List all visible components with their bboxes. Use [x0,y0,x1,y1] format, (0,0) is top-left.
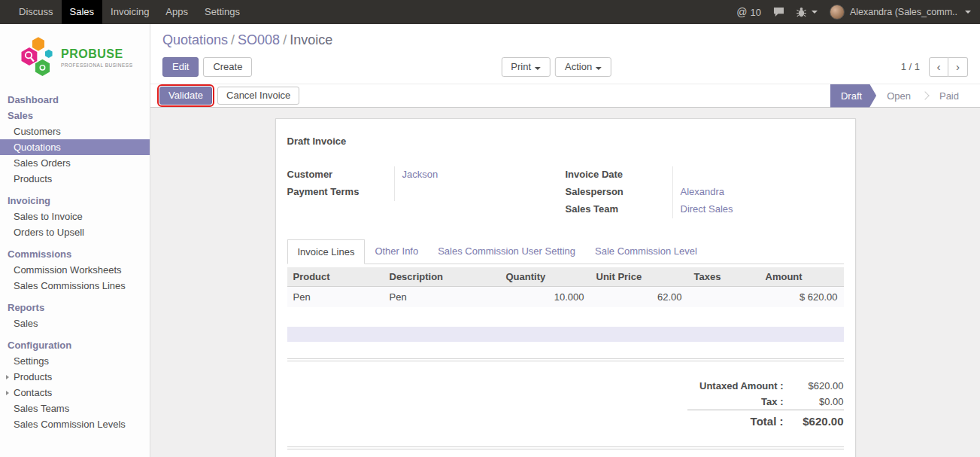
sidebar-item-sales-commissions-lines[interactable]: Sales Commissions Lines [0,278,150,294]
tab-other-info[interactable]: Other Info [365,239,428,264]
sidebar-item-sales-teams[interactable]: Sales Teams [0,401,150,416]
form-statusbar: Validate Cancel Invoice Draft Open Paid [150,84,980,108]
breadcrumb-current: Invoice [290,32,332,47]
customer-value[interactable]: Jackson [394,166,566,184]
column-header-amount[interactable]: Amount [760,267,844,287]
column-header-quantity[interactable]: Quantity [500,267,590,287]
sidebar-item-customers[interactable]: Customers [0,123,150,139]
mention-count-badge: 10 [750,7,760,18]
sidebar-heading-reports[interactable]: Reports [0,300,150,315]
sidebar-item-sales-to-invoice[interactable]: Sales to Invoice [0,209,150,224]
field-group-right: Invoice Date Salesperson Alexandra Sales… [566,166,844,218]
sidebar-section-commissions: Commissions Commission Worksheets Sales … [0,246,150,294]
payment-terms-label: Payment Terms [287,184,394,201]
logo-title: PROBUSE [61,47,133,61]
pager-previous-button[interactable]: ‹ [929,57,948,77]
breadcrumb-separator: / [280,32,290,47]
cancel-invoice-button[interactable]: Cancel Invoice [217,87,299,105]
sidebar-heading-commissions[interactable]: Commissions [0,246,150,262]
sidebar-item-quotations[interactable]: Quotations [0,139,150,155]
totals-block: Untaxed Amount : $620.00 Tax : $0.00 Tot… [287,378,844,430]
pager-next-button[interactable]: › [948,57,968,77]
field-row: Payment Terms [287,184,566,201]
spacer [287,307,844,327]
sidebar-heading-configuration[interactable]: Configuration [0,337,150,353]
topbar-menu-discuss[interactable]: Discuss [11,0,62,24]
form-sheet: Draft Invoice Customer Jackson Payment T… [275,118,856,457]
column-header-product[interactable]: Product [287,267,384,287]
section-divider [287,358,844,361]
salesperson-label: Salesperson [566,184,672,201]
tax-row: Tax : $0.00 [687,394,843,410]
salesperson-value[interactable]: Alexandra [672,184,844,201]
sales-team-value[interactable]: Direct Sales [672,201,844,218]
breadcrumb-link-quotations[interactable]: Quotations [162,32,228,47]
sidebar-heading-invoicing[interactable]: Invoicing [0,193,150,209]
sidebar-section-invoicing: Invoicing Sales to Invoice Orders to Ups… [0,193,150,240]
expand-icon[interactable] [6,391,9,395]
field-groups: Customer Jackson Payment Terms Invoice D… [287,166,844,218]
tab-sale-commission-level[interactable]: Sale Commission Level [585,239,707,264]
column-header-description[interactable]: Description [384,267,500,287]
topbar-menu-apps[interactable]: Apps [157,0,196,24]
sidebar-section-reports: Reports Sales [0,300,150,331]
sidebar-section-dashboard: Dashboard [0,92,150,108]
sidebar-item-config-products[interactable]: Products [0,369,150,385]
field-row: Customer Jackson [287,166,566,184]
total-row: Total : $620.00 [687,410,843,431]
section-divider [287,446,844,449]
sidebar-item-config-contacts[interactable]: Contacts [0,385,150,401]
sidebar-item-orders-to-upsell[interactable]: Orders to Upsell [0,224,150,240]
form-view-background: Draft Invoice Customer Jackson Payment T… [150,108,980,457]
field-group-left: Customer Jackson Payment Terms [287,166,566,218]
breadcrumb: Quotations/SO008/Invoice [162,32,968,48]
user-menu[interactable]: Alexandra (Sales_comm.. [830,5,971,20]
tax-value: $0.00 [784,394,844,410]
sidebar-item-label: Contacts [14,387,52,398]
caret-down-icon [965,11,971,14]
breadcrumb-link-so008[interactable]: SO008 [238,32,280,47]
caret-down-icon [812,11,818,14]
sidebar-item-reports-sales[interactable]: Sales [0,315,150,331]
mentions-button[interactable]: @ 10 [736,6,761,18]
sidebar-section-sales: Sales Customers Quotations Sales Orders … [0,108,150,187]
table-row[interactable]: Pen Pen 10.000 62.00 $ 620.00 [287,287,844,308]
create-button[interactable]: Create [203,57,252,77]
sidebar-item-settings[interactable]: Settings [0,353,150,369]
action-dropdown-button[interactable]: Action [555,57,611,77]
sidebar-item-dashboard[interactable]: Dashboard [0,92,150,108]
chat-bubble-icon [773,7,784,17]
caret-down-icon [535,67,541,70]
field-row: Invoice Date [566,166,844,184]
untaxed-amount-value: $620.00 [784,378,844,394]
total-value: $620.00 [784,410,844,431]
status-step-open[interactable]: Open [876,84,921,108]
tab-invoice-lines[interactable]: Invoice Lines [287,239,366,264]
status-step-draft[interactable]: Draft [830,84,876,108]
print-label: Print [511,61,531,72]
pager-value: 1 / 1 [901,61,920,72]
edit-button[interactable]: Edit [162,57,199,77]
topbar-menu-invoicing[interactable]: Invoicing [102,0,157,24]
sidebar-item-products[interactable]: Products [0,171,150,187]
field-row: Salesperson Alexandra [566,184,844,201]
sidebar-item-commission-worksheets[interactable]: Commission Worksheets [0,262,150,278]
main-area: Quotations/SO008/Invoice Edit Create Pri… [150,24,980,457]
untaxed-amount-label: Untaxed Amount : [687,378,783,394]
validate-button[interactable]: Validate [159,87,212,105]
sidebar-item-sales-orders[interactable]: Sales Orders [0,155,150,171]
tab-sales-commission-user-setting[interactable]: Sales Commission User Setting [428,239,585,264]
breadcrumb-separator: / [228,32,238,47]
sidebar-item-sales-commission-levels[interactable]: Sales Commission Levels [0,416,150,432]
topbar-menu-settings[interactable]: Settings [196,0,248,24]
messages-button[interactable] [773,7,784,17]
debug-menu-button[interactable] [796,7,818,17]
column-header-taxes[interactable]: Taxes [688,267,760,287]
status-step-paid[interactable]: Paid [929,84,969,108]
sidebar-item-sales[interactable]: Sales [0,108,150,123]
print-dropdown-button[interactable]: Print [501,57,551,77]
column-header-unit-price[interactable]: Unit Price [590,267,688,287]
invoice-date-label: Invoice Date [566,166,672,184]
topbar-menu-sales[interactable]: Sales [62,0,103,24]
expand-icon[interactable] [6,375,9,379]
